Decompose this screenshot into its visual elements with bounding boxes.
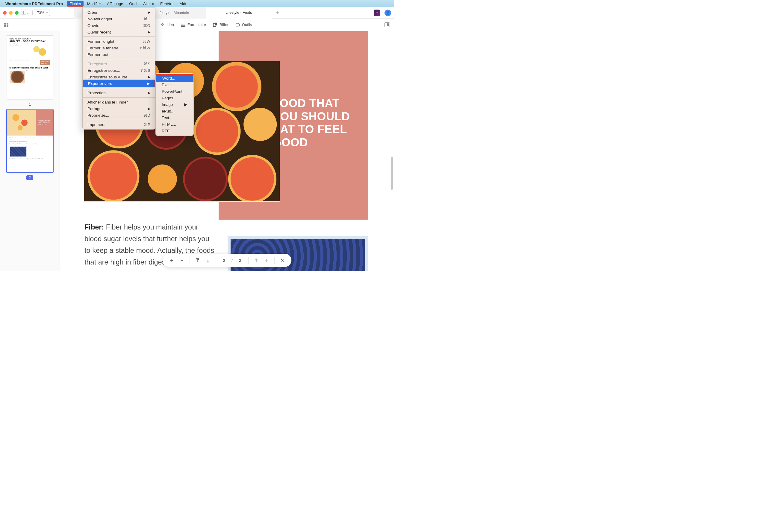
export-epub[interactable]: ePub... — [156, 108, 194, 114]
menu-outil[interactable]: Outil — [127, 1, 139, 7]
app-name[interactable]: Wondershare PDFelement Pro — [5, 1, 63, 6]
menu-modifier[interactable]: Modifier — [85, 1, 103, 7]
hero-title: FOOD THAT YOU SHOULD EAT TO FEEL GOOD — [273, 97, 350, 149]
user-avatar[interactable]: 👤 — [385, 10, 391, 16]
thumb1-page-number: 1 — [29, 102, 31, 107]
close-window-button[interactable] — [3, 11, 7, 15]
menu-item-protection[interactable]: Protection▶ — [83, 89, 155, 96]
current-page-field[interactable]: 2 — [220, 258, 229, 263]
menu-item-fermer-onglet[interactable]: Fermer l'onglet⌘W — [83, 38, 155, 45]
menu-item-imprimer[interactable]: Imprimer...⌘P — [83, 121, 155, 128]
minimize-window-button[interactable] — [9, 11, 13, 15]
menu-item-ouvrir[interactable]: Ouvrir...⌘O — [83, 22, 155, 29]
thumb2-hero-box: FOOD THAT YOU SHOULD EAT TO FEEL GOOD — [36, 110, 53, 136]
export-rtf[interactable]: RTF... — [156, 127, 194, 134]
file-menu-dropdown: Créer▶ Nouvel onglet⌘T Ouvrir...⌘O Ouvri… — [82, 7, 155, 130]
export-pages[interactable]: Pages... — [156, 95, 194, 101]
menu-aide[interactable]: Aide — [177, 1, 190, 7]
menu-fenetre[interactable]: Fenêtre — [158, 1, 176, 7]
maximize-window-button[interactable] — [15, 11, 19, 15]
last-page-button[interactable] — [204, 256, 212, 265]
export-powerpoint[interactable]: PowerPoint... — [156, 88, 194, 95]
window-titlebar: ⌄ 173% e plan Lifestyle - Mountain Lifes… — [0, 7, 394, 19]
zoom-out-button[interactable]: － — [177, 256, 186, 265]
first-page-button[interactable] — [194, 256, 202, 265]
zoom-in-button[interactable]: ＋ — [167, 256, 176, 265]
prev-page-button[interactable] — [252, 256, 261, 265]
thumb1-badge: MIXED JUICE A BETTER. — [40, 60, 50, 65]
tool-biffer[interactable]: Biffer — [213, 22, 229, 27]
tool-outils[interactable]: Outils — [235, 22, 252, 27]
menu-item-nouvel-onglet[interactable]: Nouvel onglet⌘T — [83, 16, 155, 22]
system-menubar: Wondershare PDFelement Pro Fichier Modif… — [0, 0, 394, 7]
tab-lifestyle-fruits[interactable]: Lifestyle - Fruits — [206, 7, 272, 19]
export-image[interactable]: Image▶ — [156, 101, 194, 108]
export-word[interactable]: Word... — [156, 74, 194, 82]
menu-item-proprietes[interactable]: Propriétés...⌘D — [83, 112, 155, 118]
thumbnail-page-2[interactable]: FOOD THAT YOU SHOULD EAT TO FEEL GOOD Fi… — [7, 110, 53, 172]
thumb1-subhead: FOODS THAT YOU SHOULD AVOID OR EAT IN A … — [7, 66, 53, 69]
menu-affichage[interactable]: Affichage — [104, 1, 125, 7]
menu-item-enregistrer-sous-autre[interactable]: Enregistrer sous Autre▶ — [83, 74, 155, 80]
menu-item-enregistrer-sous[interactable]: Enregistrer sous...⇧⌘S — [83, 67, 155, 74]
svg-rect-0 — [22, 11, 26, 14]
export-excel[interactable]: Excel... — [156, 81, 194, 88]
tool-lien[interactable]: Lien — [159, 22, 174, 27]
menu-aller-a[interactable]: Aller à — [141, 1, 156, 7]
right-panel-toggle[interactable] — [385, 22, 390, 27]
thumbnail-page-1[interactable]: HOW TO EAT HEALTHY AND FEEL GOOD EVERY D… — [7, 35, 53, 99]
menu-item-fermer-fenetre[interactable]: Fermer la fenêtre⇧⌘W — [83, 45, 155, 51]
close-navpill-button[interactable]: ✕ — [278, 256, 287, 265]
menu-fichier[interactable]: Fichier — [67, 1, 83, 7]
export-submenu: Word... Excel... PowerPoint... Pages... … — [155, 73, 194, 136]
sidebar-toggle-button[interactable]: ⌄ — [22, 10, 29, 16]
new-tab-button[interactable]: ＋ — [272, 7, 284, 19]
page-separator: / — [230, 258, 234, 263]
menu-item-afficher-finder[interactable]: Afficher dans le Finder — [83, 99, 155, 105]
thumb2-image — [7, 110, 36, 136]
svg-rect-12 — [237, 23, 238, 24]
tool-formulaire[interactable]: Formulaire — [180, 22, 206, 27]
zoom-select[interactable]: 173% — [32, 10, 50, 16]
menu-item-exporter-vers[interactable]: Exporter vers▶ — [83, 80, 155, 87]
menu-item-enregistrer: Enregistrer⌘S — [83, 60, 155, 67]
total-pages: 2 — [236, 258, 245, 263]
page-thumbnails-panel: HOW TO EAT HEALTHY AND FEEL GOOD EVERY D… — [0, 31, 60, 271]
thumb2-blueberries — [10, 146, 27, 157]
editor-toolbar: ons A Texte Image Lien Formulaire Biffer… — [0, 19, 394, 31]
export-html[interactable]: HTML... — [156, 121, 194, 127]
menu-item-creer[interactable]: Créer▶ — [83, 9, 155, 16]
export-text[interactable]: Text... — [156, 114, 194, 121]
grid-view-icon[interactable] — [4, 23, 8, 27]
menu-item-partager[interactable]: Partager▶ — [83, 105, 155, 112]
page-nav-pill: ＋ － 2 / 2 — [162, 254, 291, 267]
svg-rect-10 — [215, 23, 218, 25]
scrollbar-thumb[interactable] — [391, 157, 393, 190]
zoom-value: 173% — [35, 11, 44, 15]
window-controls — [3, 11, 19, 15]
app-logo-icon[interactable]: ✦ — [374, 10, 380, 16]
next-page-button[interactable] — [262, 256, 271, 265]
menu-item-fermer-tout[interactable]: Fermer tout — [83, 51, 155, 58]
app-window: ⌄ 173% e plan Lifestyle - Mountain Lifes… — [0, 7, 394, 271]
menu-item-ouvrir-recent[interactable]: Ouvrir récent▶ — [83, 29, 155, 35]
thumb2-page-number: 2 — [26, 175, 33, 180]
vertical-scrollbar[interactable] — [390, 31, 393, 271]
